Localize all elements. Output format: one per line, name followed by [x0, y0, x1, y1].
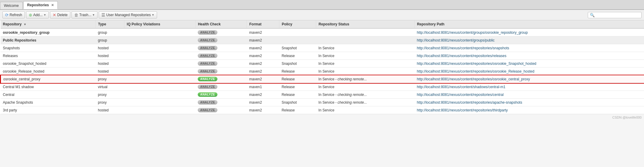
analyze-button[interactable]: ANALYZE: [198, 38, 217, 42]
watermark: CSDN @lovelife000: [0, 114, 644, 120]
search-box[interactable]: 🔍: [588, 12, 642, 18]
add-button[interactable]: ⊕ Add... ▼: [26, 11, 49, 19]
search-input[interactable]: [595, 13, 640, 17]
table-row[interactable]: osrookie_central_proxyproxyANALYZEmaven2…: [1, 75, 644, 83]
repo-health-cell[interactable]: ANALYZE: [195, 28, 247, 36]
delete-button[interactable]: ✕ Delete: [50, 11, 70, 19]
analyze-button[interactable]: ANALYZE: [198, 108, 217, 112]
repo-health-cell[interactable]: ANALYZE: [195, 75, 247, 83]
repo-policy-cell: [279, 36, 316, 44]
analyze-button[interactable]: ANALYZE: [198, 30, 217, 35]
repo-health-cell[interactable]: ANALYZE: [195, 106, 247, 114]
tab-welcome[interactable]: Welcome: [0, 2, 23, 9]
repo-path-link[interactable]: http://localhost:8081/nexus/content/repo…: [417, 100, 522, 105]
repo-path-cell[interactable]: http://localhost:8081/nexus/content/repo…: [414, 60, 644, 68]
repo-path-cell[interactable]: http://localhost:8081/nexus/content/repo…: [414, 52, 644, 60]
repo-path-link[interactable]: http://localhost:8081/nexus/content/repo…: [417, 54, 506, 58]
table-row[interactable]: Public RepositoriesgroupANALYZEmaven2htt…: [1, 36, 644, 44]
table-row[interactable]: ReleaseshostedANALYZEmaven2ReleaseIn Ser…: [1, 52, 644, 60]
repo-path-link[interactable]: http://localhost:8081/nexus/content/grou…: [417, 38, 494, 42]
repo-name-cell: osrookie_central_proxy: [1, 75, 96, 83]
repo-path-cell[interactable]: http://localhost:8081/nexus/content/repo…: [414, 75, 644, 83]
repo-iq-cell: [124, 99, 195, 106]
col-header-format: Format: [247, 20, 279, 28]
delete-icon: ✕: [53, 13, 56, 17]
repo-name-cell: osrookie_repository_group: [1, 28, 96, 36]
table-row[interactable]: Central M1 shadowvirtualANALYZEmaven1Rel…: [1, 83, 644, 91]
repo-health-cell[interactable]: ANALYZE: [195, 91, 247, 99]
repo-path-link[interactable]: http://localhost:8081/nexus/content/repo…: [417, 93, 503, 97]
repo-format-cell: maven1: [247, 83, 279, 91]
repo-policy-cell: Snapshot: [279, 44, 316, 52]
refresh-button[interactable]: ⟳ Refresh: [2, 11, 25, 19]
col-header-repo: Repository ▼: [1, 20, 96, 28]
repo-status-cell: [316, 36, 415, 44]
repo-health-cell[interactable]: ANALYZE: [195, 36, 247, 44]
analyze-button[interactable]: ANALYZE: [198, 53, 217, 58]
repo-path-cell[interactable]: http://localhost:8081/nexus/content/shad…: [414, 83, 644, 91]
repo-iq-cell: [124, 52, 195, 60]
repo-path-link[interactable]: http://localhost:8081/nexus/content/repo…: [417, 108, 508, 112]
repo-health-cell[interactable]: ANALYZE: [195, 52, 247, 60]
repo-policy-cell: [279, 28, 316, 36]
repo-path-cell[interactable]: http://localhost:8081/nexus/content/repo…: [414, 68, 644, 75]
repo-status-cell: [316, 28, 415, 36]
repo-health-cell[interactable]: ANALYZE: [195, 68, 247, 75]
repo-type-cell: hosted: [95, 44, 124, 52]
managed-repos-button[interactable]: ☰ User Managed Repositories ▼: [99, 11, 157, 19]
repo-path-link[interactable]: http://localhost:8081/nexus/content/grou…: [417, 30, 528, 35]
col-header-health: Health Check: [195, 20, 247, 28]
repo-format-cell: maven2: [247, 60, 279, 68]
repo-name-cell: Public Repositories: [1, 36, 96, 44]
table-row[interactable]: CentralproxyANALYZEmaven2ReleaseIn Servi…: [1, 91, 644, 99]
repo-policy-cell: Snapshot: [279, 60, 316, 68]
trash-button[interactable]: 🗑 Trash... ▼: [71, 11, 98, 19]
repo-health-cell[interactable]: ANALYZE: [195, 99, 247, 106]
analyze-button[interactable]: ANALYZE: [198, 100, 217, 105]
repo-name-cell: Central M1 shadow: [1, 83, 96, 91]
repo-health-cell[interactable]: ANALYZE: [195, 83, 247, 91]
repo-path-link[interactable]: http://localhost:8081/nexus/content/repo…: [417, 77, 530, 81]
repo-type-cell: hosted: [95, 52, 124, 60]
repo-health-cell[interactable]: ANALYZE: [195, 44, 247, 52]
analyze-button[interactable]: ANALYZE: [198, 77, 217, 81]
tab-close-repositories[interactable]: ✕: [51, 3, 54, 7]
table-row[interactable]: osrookie_Snapshot_hostedhostedANALYZEmav…: [1, 60, 644, 68]
trash-dropdown-arrow: ▼: [92, 13, 95, 16]
table-row[interactable]: osrookie_repository_groupgroupANALYZEmav…: [1, 28, 644, 36]
repo-status-cell: In Service: [316, 68, 415, 75]
tab-repositories[interactable]: Repositories✕: [23, 1, 58, 9]
analyze-button[interactable]: ANALYZE: [198, 61, 217, 66]
repo-policy-cell: Release: [279, 52, 316, 60]
repo-path-link[interactable]: http://localhost:8081/nexus/content/repo…: [417, 69, 534, 73]
table-row[interactable]: Apache SnapshotsproxyANALYZEmaven2Snapsh…: [1, 99, 644, 106]
table-row[interactable]: osrookie_Release_hostedhostedANALYZEmave…: [1, 68, 644, 75]
repo-health-cell[interactable]: ANALYZE: [195, 60, 247, 68]
repo-path-link[interactable]: http://localhost:8081/nexus/content/repo…: [417, 46, 509, 50]
repo-format-cell: maven2: [247, 36, 279, 44]
repo-name-cell: Snapshots: [1, 44, 96, 52]
repo-path-cell[interactable]: http://localhost:8081/nexus/content/repo…: [414, 99, 644, 106]
col-header-type: Type: [95, 20, 124, 28]
repo-type-cell: hosted: [95, 68, 124, 75]
table-row[interactable]: SnapshotshostedANALYZEmaven2SnapshotIn S…: [1, 44, 644, 52]
repo-path-cell[interactable]: http://localhost:8081/nexus/content/repo…: [414, 106, 644, 114]
repo-format-cell: maven2: [247, 106, 279, 114]
repo-policy-cell: Release: [279, 83, 316, 91]
analyze-button[interactable]: ANALYZE: [198, 92, 217, 97]
repo-path-cell[interactable]: http://localhost:8081/nexus/content/grou…: [414, 36, 644, 44]
repo-path-cell[interactable]: http://localhost:8081/nexus/content/repo…: [414, 91, 644, 99]
repo-path-cell[interactable]: http://localhost:8081/nexus/content/grou…: [414, 28, 644, 36]
sort-arrow-repo: ▼: [24, 23, 27, 26]
repo-path-cell[interactable]: http://localhost:8081/nexus/content/repo…: [414, 44, 644, 52]
table-row[interactable]: 3rd partyhostedANALYZEmaven2ReleaseIn Se…: [1, 106, 644, 114]
repo-path-link[interactable]: http://localhost:8081/nexus/content/repo…: [417, 62, 536, 66]
repo-policy-cell: Release: [279, 106, 316, 114]
repo-format-cell: maven2: [247, 91, 279, 99]
analyze-button[interactable]: ANALYZE: [198, 85, 217, 89]
table-body: osrookie_repository_groupgroupANALYZEmav…: [1, 28, 644, 114]
analyze-button[interactable]: ANALYZE: [198, 46, 217, 50]
analyze-button[interactable]: ANALYZE: [198, 69, 217, 73]
repo-path-link[interactable]: http://localhost:8081/nexus/content/shad…: [417, 85, 505, 89]
repo-status-cell: In Service - checking remote...: [316, 75, 415, 83]
